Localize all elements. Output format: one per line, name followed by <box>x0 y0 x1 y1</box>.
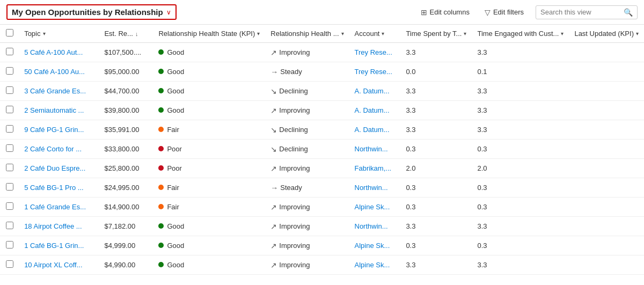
search-input[interactable] <box>540 8 624 16</box>
account-link[interactable]: Alpine Sk... <box>355 261 390 269</box>
row-checkbox[interactable] <box>6 86 13 94</box>
row-checkbox[interactable] <box>6 106 13 113</box>
row-topic[interactable]: 3 Café Grande Es... <box>19 82 99 101</box>
account-link[interactable]: A. Datum... <box>355 126 390 134</box>
row-checkbox-cell[interactable] <box>0 217 19 236</box>
row-account[interactable]: Trey Rese... <box>349 62 401 82</box>
topic-link[interactable]: 5 Café BG-1 Pro ... <box>24 184 84 192</box>
account-link[interactable]: Fabrikam,... <box>355 164 392 172</box>
row-checkbox[interactable] <box>6 202 13 210</box>
account-link[interactable]: Alpine Sk... <box>355 203 390 211</box>
row-account[interactable]: Northwin... <box>349 217 401 236</box>
col-header-rh[interactable]: Relationship Health ... ▾ <box>265 25 349 43</box>
topic-link[interactable]: 9 Café PG-1 Grin... <box>24 126 84 134</box>
row-account[interactable]: Alpine Sk... <box>349 255 401 275</box>
row-checkbox[interactable] <box>6 164 13 171</box>
topic-link[interactable]: 2 Café Duo Espre... <box>24 164 85 172</box>
row-checkbox-cell[interactable] <box>0 159 19 178</box>
row-topic[interactable]: 5 Café A-100 Aut... <box>19 43 99 62</box>
row-rhs: Good <box>153 217 265 236</box>
account-link[interactable]: A. Datum... <box>355 106 390 114</box>
row-checkbox[interactable] <box>6 125 13 133</box>
row-account[interactable]: Alpine Sk... <box>349 198 401 217</box>
row-updated <box>569 43 644 62</box>
row-topic[interactable]: 1 Café BG-1 Grin... <box>19 236 99 255</box>
row-checkbox-cell[interactable] <box>0 255 19 275</box>
account-link[interactable]: Northwin... <box>355 145 388 153</box>
row-checkbox-cell[interactable] <box>0 62 19 82</box>
rh-trend-icon: ↗ <box>270 106 277 115</box>
rh-trend-icon: ↗ <box>270 222 277 231</box>
table-container: Topic ▾ Est. Re... ↓ Relationship Health… <box>0 25 644 282</box>
row-topic[interactable]: 2 Café Duo Espre... <box>19 159 99 178</box>
row-checkbox[interactable] <box>6 144 13 152</box>
account-link[interactable]: A. Datum... <box>355 87 390 95</box>
row-checkbox[interactable] <box>6 48 13 55</box>
col-header-topic[interactable]: Topic ▾ <box>19 25 99 43</box>
row-account[interactable]: Trey Rese... <box>349 43 401 62</box>
topic-link[interactable]: 2 Semiautomatic ... <box>24 106 84 114</box>
col-topic-filter-icon: ▾ <box>43 31 46 36</box>
row-account[interactable]: Alpine Sk... <box>349 236 401 255</box>
row-checkbox[interactable] <box>6 67 13 75</box>
row-time-spent: 0.3 <box>400 140 472 159</box>
topic-link[interactable]: 1 Café Grande Es... <box>24 203 86 211</box>
col-header-time[interactable]: Time Spent by T... ▾ <box>400 25 472 43</box>
row-topic[interactable]: 18 Airpot Coffee ... <box>19 217 99 236</box>
col-header-engaged[interactable]: Time Engaged with Cust... ▾ <box>472 25 569 43</box>
row-checkbox-cell[interactable] <box>0 120 19 140</box>
account-link[interactable]: Northwin... <box>355 184 388 192</box>
row-checkbox[interactable] <box>6 222 13 229</box>
row-checkbox-cell[interactable] <box>0 43 19 62</box>
col-header-account[interactable]: Account ▾ <box>349 25 401 43</box>
row-account[interactable]: Northwin... <box>349 178 401 198</box>
account-link[interactable]: Trey Rese... <box>355 68 392 76</box>
col-engaged-filter-icon: ▾ <box>561 31 564 36</box>
row-topic[interactable]: 10 Airpot XL Coff... <box>19 255 99 275</box>
search-icon[interactable]: 🔍 <box>624 8 633 17</box>
topic-link[interactable]: 3 Café Grande Es... <box>24 87 86 95</box>
row-checkbox-cell[interactable] <box>0 236 19 255</box>
row-checkbox[interactable] <box>6 241 13 249</box>
topic-link[interactable]: 10 Airpot XL Coff... <box>24 261 82 269</box>
account-link[interactable]: Northwin... <box>355 222 388 230</box>
row-account[interactable]: A. Datum... <box>349 101 401 120</box>
row-checkbox-cell[interactable] <box>0 140 19 159</box>
row-topic[interactable]: 5 Café BG-1 Pro ... <box>19 178 99 198</box>
row-topic[interactable]: 1 Café Grande Es... <box>19 198 99 217</box>
row-checkbox-cell[interactable] <box>0 101 19 120</box>
select-all-checkbox[interactable] <box>6 29 13 36</box>
col-header-updated[interactable]: Last Updated (KPI) ▾ <box>569 25 644 43</box>
title-area[interactable]: My Open Opportunities by Relationship ∨ <box>6 4 177 20</box>
topic-link[interactable]: 2 Café Corto for ... <box>24 145 82 153</box>
row-topic[interactable]: 2 Café Corto for ... <box>19 140 99 159</box>
account-link[interactable]: Alpine Sk... <box>355 242 390 250</box>
col-header-est[interactable]: Est. Re... ↓ <box>99 25 153 43</box>
row-rhs: Good <box>153 43 265 62</box>
row-account[interactable]: A. Datum... <box>349 120 401 140</box>
search-box[interactable]: 🔍 <box>536 5 638 19</box>
row-account[interactable]: Fabrikam,... <box>349 159 401 178</box>
row-checkbox[interactable] <box>6 183 13 191</box>
topic-link[interactable]: 18 Airpot Coffee ... <box>24 222 82 230</box>
row-topic[interactable]: 9 Café PG-1 Grin... <box>19 120 99 140</box>
row-account[interactable]: A. Datum... <box>349 82 401 101</box>
table-row: 2 Café Corto for ...$33,800.00Poor↘Decli… <box>0 140 644 159</box>
row-rhs: Fair <box>153 120 265 140</box>
row-checkbox-cell[interactable] <box>0 82 19 101</box>
rh-trend-icon: → <box>270 184 278 192</box>
topic-link[interactable]: 50 Café A-100 Au... <box>24 68 85 76</box>
row-topic[interactable]: 2 Semiautomatic ... <box>19 101 99 120</box>
edit-columns-button[interactable]: ⊞ Edit columns <box>418 6 473 19</box>
row-account[interactable]: Northwin... <box>349 140 401 159</box>
row-checkbox-cell[interactable] <box>0 198 19 217</box>
row-checkbox-cell[interactable] <box>0 178 19 198</box>
edit-filters-button[interactable]: ▽ Edit filters <box>481 6 527 19</box>
account-link[interactable]: Trey Rese... <box>355 48 392 56</box>
topic-link[interactable]: 5 Café A-100 Aut... <box>24 48 83 56</box>
row-checkbox[interactable] <box>6 260 13 268</box>
col-header-rhs[interactable]: Relationship Health State (KPI) ▾ <box>153 25 265 43</box>
topic-link[interactable]: 1 Café BG-1 Grin... <box>24 242 84 250</box>
row-time-spent: 0.3 <box>400 198 472 217</box>
row-topic[interactable]: 50 Café A-100 Au... <box>19 62 99 82</box>
